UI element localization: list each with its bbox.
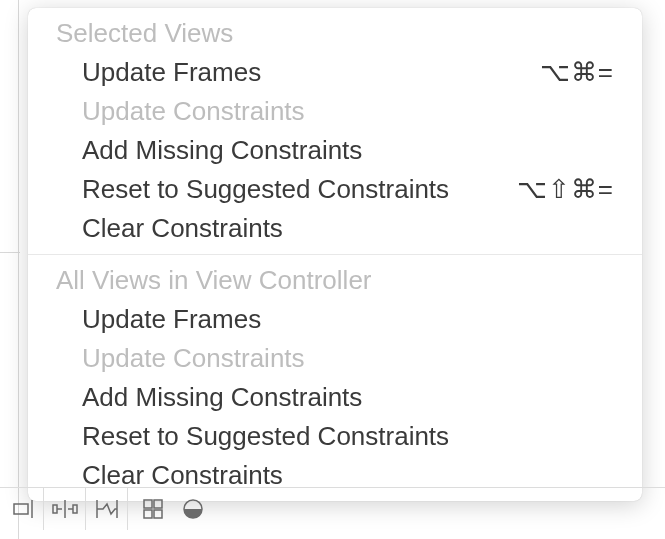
- align-right-icon[interactable]: [2, 488, 44, 530]
- menu-divider: [28, 254, 642, 255]
- bottom-toolbar: [0, 487, 665, 529]
- menu-item-all-update-frames[interactable]: Update Frames: [28, 300, 642, 339]
- menu-item-shortcut: ⌥⌘=: [540, 57, 614, 88]
- svg-rect-4: [53, 505, 57, 513]
- menu-item-all-update-constraints: Update Constraints: [28, 339, 642, 378]
- svg-rect-10: [154, 500, 162, 508]
- menu-item-all-add-missing-constraints[interactable]: Add Missing Constraints: [28, 378, 642, 417]
- menu-item-shortcut: ⌥⇧⌘=: [517, 174, 614, 205]
- menu-item-label: Add Missing Constraints: [82, 382, 362, 413]
- menu-item-label: Update Constraints: [82, 343, 305, 374]
- menu-item-label: Reset to Suggested Constraints: [82, 421, 449, 452]
- svg-rect-0: [14, 504, 28, 514]
- menu-item-all-reset-suggested-constraints[interactable]: Reset to Suggested Constraints: [28, 417, 642, 456]
- menu-item-add-missing-constraints[interactable]: Add Missing Constraints: [28, 131, 642, 170]
- svg-rect-9: [144, 500, 152, 508]
- menu-item-update-frames[interactable]: Update Frames ⌥⌘=: [28, 53, 642, 92]
- align-horizontal-icon[interactable]: [44, 488, 86, 530]
- pin-icon[interactable]: [86, 488, 128, 530]
- menu-item-label: Update Frames: [82, 57, 261, 88]
- stack-icon[interactable]: [142, 498, 164, 520]
- menu-item-update-constraints: Update Constraints: [28, 92, 642, 131]
- menu-item-clear-constraints[interactable]: Clear Constraints: [28, 209, 642, 248]
- menu-item-label: Add Missing Constraints: [82, 135, 362, 166]
- menu-header-all-views: All Views in View Controller: [28, 261, 642, 300]
- menu-item-label: Update Frames: [82, 304, 261, 335]
- menu-section-all-views: All Views in View Controller Update Fram…: [28, 261, 642, 495]
- resolve-issues-icon[interactable]: [182, 498, 204, 520]
- svg-rect-6: [73, 505, 77, 513]
- svg-rect-11: [144, 510, 152, 518]
- menu-item-label: Clear Constraints: [82, 213, 283, 244]
- menu-item-reset-suggested-constraints[interactable]: Reset to Suggested Constraints ⌥⇧⌘=: [28, 170, 642, 209]
- constraints-popover-menu: Selected Views Update Frames ⌥⌘= Update …: [28, 8, 642, 501]
- svg-rect-12: [154, 510, 162, 518]
- menu-item-label: Reset to Suggested Constraints: [82, 174, 449, 205]
- menu-header-selected-views: Selected Views: [28, 14, 642, 53]
- menu-section-selected-views: Selected Views Update Frames ⌥⌘= Update …: [28, 14, 642, 248]
- menu-item-label: Update Constraints: [82, 96, 305, 127]
